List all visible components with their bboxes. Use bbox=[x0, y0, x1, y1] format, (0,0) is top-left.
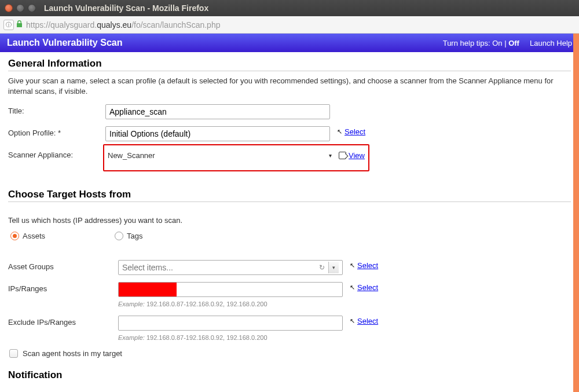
header-actions: Turn help tips: On | Off Launch Help bbox=[443, 39, 572, 47]
ips-example: Example: 192.168.0.87-192.168.0.92, 192.… bbox=[118, 301, 571, 307]
refresh-icon[interactable]: ↻ bbox=[319, 263, 325, 272]
row-asset-groups: Asset Groups Select items... ↻ ▾ ↖ Selec… bbox=[8, 260, 571, 275]
page-header: Launch Vulnerability Scan Turn help tips… bbox=[0, 34, 579, 52]
launch-help-link[interactable]: Launch Help bbox=[530, 39, 572, 47]
radio-tags[interactable]: Tags bbox=[115, 232, 142, 240]
select-profile-link[interactable]: Select bbox=[345, 127, 365, 136]
browser-urlbar[interactable]: ⓘ https://qualysguard.qualys.eu/fo/scan/… bbox=[0, 16, 579, 34]
select-exclude-link[interactable]: Select bbox=[357, 317, 378, 325]
scanner-highlight-box: New_Scanner ▾ View bbox=[103, 144, 369, 171]
section-notification-heading: Notification bbox=[8, 369, 571, 382]
section-hosts-desc: Tell us which hosts (IP addresses) you w… bbox=[8, 215, 571, 226]
view-scanner-link[interactable]: View bbox=[349, 151, 365, 160]
label-scanner: Scanner Appliance: bbox=[8, 148, 105, 159]
title-input[interactable] bbox=[105, 104, 330, 119]
window-title: Launch Vulnerability Scan - Mozilla Fire… bbox=[44, 3, 208, 13]
scanner-select[interactable]: New_Scanner ▾ bbox=[108, 151, 332, 160]
row-option-profile: Option Profile: * ↖ Select bbox=[8, 126, 571, 141]
scan-agent-label: Scan agent hosts in my target bbox=[23, 349, 122, 358]
label-ips: IPs/Ranges bbox=[8, 282, 118, 293]
section-hosts-heading: Choose Target Hosts from bbox=[8, 189, 571, 202]
label-option-profile: Option Profile: * bbox=[8, 126, 105, 137]
chevron-down-icon[interactable]: ▾ bbox=[328, 262, 339, 273]
radio-assets[interactable]: Assets bbox=[10, 232, 45, 240]
label-title: Title: bbox=[8, 104, 105, 115]
scan-agent-checkbox[interactable] bbox=[9, 349, 18, 358]
pointer-icon: ↖ bbox=[350, 262, 355, 269]
section-general-desc: Give your scan a name, select a scan pro… bbox=[8, 76, 571, 96]
target-type-radio-group: Assets Tags bbox=[8, 232, 571, 240]
row-exclude-ips: Exclude IPs/Ranges ↖ Select bbox=[8, 316, 571, 331]
window-close-button[interactable] bbox=[5, 4, 13, 12]
pointer-icon: ↖ bbox=[350, 284, 355, 291]
window-maximize-button[interactable] bbox=[28, 4, 36, 12]
scrollbar[interactable] bbox=[573, 34, 579, 392]
row-scan-agent: Scan agent hosts in my target bbox=[8, 349, 571, 358]
row-ips: IPs/Ranges ↖ Select bbox=[8, 282, 571, 297]
select-ips-link[interactable]: Select bbox=[357, 283, 378, 292]
exclude-example: Example: 192.168.0.87-192.168.0.92, 192.… bbox=[118, 334, 571, 341]
asset-groups-select[interactable]: Select items... ↻ ▾ bbox=[118, 260, 343, 275]
view-icon bbox=[339, 152, 346, 159]
radio-icon bbox=[10, 232, 19, 240]
option-profile-input[interactable] bbox=[105, 126, 330, 141]
section-general-heading: General Information bbox=[8, 58, 571, 71]
select-asset-groups-link[interactable]: Select bbox=[357, 261, 378, 270]
tips-off-link[interactable]: Off bbox=[508, 39, 519, 47]
redacted-block bbox=[119, 283, 177, 296]
site-info-icon[interactable]: ⓘ bbox=[3, 20, 14, 30]
lock-icon bbox=[16, 20, 23, 29]
tips-on-link[interactable]: On bbox=[492, 39, 502, 47]
label-asset-groups: Asset Groups bbox=[8, 260, 118, 271]
row-title: Title: bbox=[8, 104, 571, 119]
radio-icon bbox=[115, 232, 123, 240]
exclude-ips-input[interactable] bbox=[118, 316, 343, 331]
label-exclude-ips: Exclude IPs/Ranges bbox=[8, 316, 118, 327]
url-text: https://qualysguard.qualys.eu/fo/scan/la… bbox=[26, 20, 220, 30]
chevron-down-icon: ▾ bbox=[329, 152, 332, 159]
pointer-icon: ↖ bbox=[337, 128, 342, 135]
page-title: Launch Vulnerability Scan bbox=[7, 38, 122, 48]
pointer-icon: ↖ bbox=[350, 317, 355, 325]
window-minimize-button[interactable] bbox=[16, 4, 24, 12]
window-titlebar: Launch Vulnerability Scan - Mozilla Fire… bbox=[0, 0, 579, 16]
